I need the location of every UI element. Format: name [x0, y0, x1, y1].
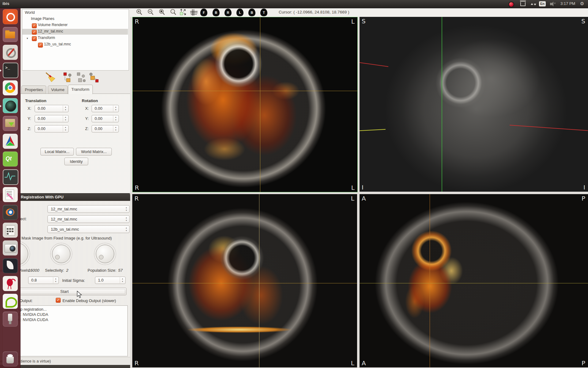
orientation-label: P [582, 359, 585, 367]
local-matrix-button[interactable]: Local Matrix... [40, 148, 74, 155]
coronal-vertical-crosshair[interactable] [259, 194, 259, 367]
network-up-icon[interactable] [531, 2, 533, 5]
ultrasound-combo[interactable]: 12b_us_tal.mnc▴▾ [47, 225, 130, 233]
launcher-cmake-icon[interactable] [3, 134, 18, 149]
network-down-icon[interactable] [534, 4, 536, 7]
tree-item-image-planes[interactable]: Image Planes [31, 17, 54, 22]
launcher-webcam-icon[interactable] [3, 98, 18, 113]
viewport-sagittal[interactable]: A P A P [360, 194, 588, 367]
orientation-label: I [362, 184, 364, 191]
tree-item-12b-us-tal[interactable]: ✓ 12b_us_tal.mnc [38, 42, 71, 48]
percentile-spinbox[interactable]: 0.8▴▾ [28, 277, 59, 284]
transform-object-icon[interactable] [88, 72, 99, 83]
launcher-files-icon[interactable] [3, 27, 18, 42]
checkbox-icon[interactable]: ✓ [32, 36, 37, 41]
volume-render-image [360, 17, 588, 192]
translation-z-spinbox[interactable]: 0.00▴▾ [35, 125, 69, 132]
viewport-coronal[interactable]: R L R L [132, 194, 357, 367]
launcher-ibis-icon[interactable] [3, 276, 18, 291]
selectivity-knob[interactable] [50, 243, 72, 265]
scene-tree[interactable]: World Image Planes ✓ Volume Renderer ✓ 1… [22, 9, 129, 71]
debug-checkbox[interactable]: ✓ [56, 298, 61, 303]
launcher-ubuntu-icon[interactable] [3, 9, 18, 24]
launcher-calculator-icon[interactable] [3, 223, 18, 238]
identity-button[interactable]: Identity [64, 158, 88, 165]
tree-item-volume-renderer[interactable]: ✓ Volume Renderer [32, 23, 68, 29]
clean-scene-icon[interactable] [44, 71, 57, 83]
launcher-qt-icon[interactable]: Qt [3, 151, 18, 167]
translation-x-spinbox[interactable]: 0.00▴▾ [35, 105, 69, 112]
reset-camera-icon[interactable] [179, 9, 187, 16]
view-back-button[interactable]: B [213, 9, 220, 16]
tab-transform[interactable]: Transform [68, 85, 93, 94]
launcher-trash-icon[interactable] [3, 351, 18, 366]
zoom-region-icon[interactable] [158, 9, 166, 16]
zoom-out-icon[interactable] [147, 9, 154, 16]
rotation-x-spinbox[interactable]: 0.00▴▾ [92, 105, 119, 112]
checkbox-icon[interactable]: ✓ [32, 30, 37, 35]
axial-horizontal-crosshair[interactable] [133, 91, 357, 91]
start-button[interactable]: Start [2, 288, 126, 295]
launcher-usb-icon[interactable] [3, 312, 18, 327]
source-image-combo[interactable]: 12_mr_tal.mnc▴▾ [47, 205, 130, 213]
view-top-button[interactable]: T [260, 9, 267, 16]
launcher-package-installer-icon[interactable] [3, 116, 18, 131]
axial-vertical-crosshair[interactable] [260, 17, 260, 192]
launcher-settings-icon[interactable] [3, 45, 18, 60]
expander-icon[interactable]: ▾ [27, 37, 28, 40]
orientation-label: L [351, 184, 355, 191]
viewport-3d[interactable]: S S I I [360, 17, 588, 192]
orientation-label: S [581, 17, 585, 25]
checkbox-icon[interactable]: ✓ [32, 23, 37, 28]
view-bottom-button[interactable]: B [248, 9, 255, 16]
viewport-axial[interactable]: R L R L [132, 17, 358, 192]
zoom-in-icon[interactable] [136, 9, 143, 16]
sagittal-horizontal-crosshair[interactable] [360, 283, 588, 283]
mouse-cursor [77, 291, 83, 299]
launcher-paper-boat-icon[interactable] [3, 258, 18, 273]
orientation-label: R [134, 359, 139, 367]
clock[interactable]: 3:17 PM [560, 1, 575, 6]
population-knob[interactable] [94, 243, 116, 265]
launcher-blender-icon[interactable] [3, 205, 18, 220]
launcher-terminal-icon[interactable]: >_ [3, 63, 18, 78]
launcher-nvidia-icon[interactable] [3, 294, 18, 309]
launcher-system-monitor-icon[interactable] [3, 169, 18, 185]
log-line: Setting up registration... [5, 307, 127, 312]
zoom-fit-icon[interactable] [170, 9, 177, 16]
translation-y-spinbox[interactable]: 0.00▴▾ [35, 115, 69, 122]
tab-properties[interactable]: Properties [21, 86, 46, 94]
debug-checkbox-label[interactable]: Enable Debug Output (slower) [62, 298, 116, 303]
initial-sigma-label: Initial Sigma: [62, 278, 85, 283]
volume-muted-icon[interactable] [550, 3, 552, 5]
tab-volume[interactable]: Volume [48, 86, 68, 94]
session-gear-icon[interactable]: ⚙ [580, 1, 584, 6]
record-indicator-icon[interactable] [508, 2, 514, 7]
tree-item-12-mr-tal[interactable]: ✓ 12_mr_tal.mnc [32, 29, 63, 35]
remove-object-icon[interactable] [76, 72, 86, 83]
world-matrix-button[interactable]: World Matrix... [76, 148, 112, 155]
sync-tray-icon[interactable] [520, 2, 526, 6]
sagittal-vertical-crosshair[interactable] [430, 194, 430, 367]
add-object-icon[interactable] [63, 72, 73, 83]
keyboard-layout-indicator[interactable]: En [539, 1, 546, 6]
launcher-text-editor-icon[interactable] [3, 187, 18, 202]
x-label: X: [28, 106, 31, 111]
grid-icon[interactable] [190, 9, 198, 16]
output-log[interactable]: Setting up registration... Platform : NV… [2, 305, 128, 356]
rotation-y-spinbox[interactable]: 0.00▴▾ [92, 115, 119, 122]
screen: F B R L B T Cursor: ( -12.0966, 24.8108,… [0, 0, 588, 368]
target-object-combo[interactable]: 12_mr_tal.mnc▴▾ [47, 215, 130, 223]
initial-sigma-spinbox[interactable]: 1.0▴▾ [95, 277, 126, 284]
checkbox-icon[interactable]: ✓ [38, 43, 43, 48]
launcher-camera-icon[interactable] [3, 240, 18, 255]
view-left-button[interactable]: L [236, 9, 243, 16]
view-front-button[interactable]: F [200, 9, 207, 16]
view-right-button[interactable]: R [224, 9, 232, 16]
translation-group-title: Translation [25, 98, 46, 103]
coronal-horizontal-crosshair[interactable] [132, 283, 357, 283]
tree-item-transform[interactable]: ▾✓ Transform [32, 36, 55, 41]
tree-item-world[interactable]: World [25, 10, 35, 16]
rotation-z-spinbox[interactable]: 0.00▴▾ [92, 125, 119, 132]
launcher-chrome-icon[interactable] [3, 80, 18, 95]
